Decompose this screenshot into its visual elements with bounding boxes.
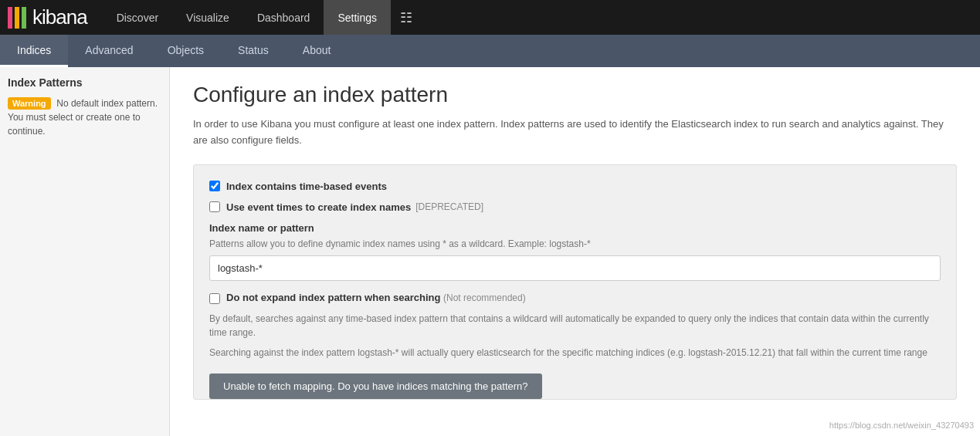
fetch-error-button[interactable]: Unable to fetch mapping. Do you have ind… <box>209 373 542 399</box>
bar-green <box>22 7 26 29</box>
subnav-objects[interactable]: Objects <box>151 35 221 67</box>
expand-desc-1: By default, searches against any time-ba… <box>209 312 941 340</box>
expand-row: Do not expand index pattern when searchi… <box>209 292 941 304</box>
nav-settings[interactable]: Settings <box>324 0 391 35</box>
event-times-checkbox[interactable] <box>209 201 220 212</box>
kibana-logo: kibana <box>8 5 87 29</box>
main-content: Configure an index pattern In order to u… <box>170 67 980 436</box>
watermark: https://blog.csdn.net/weixin_43270493 <box>829 421 974 430</box>
main-layout: Index Patterns Warning No default index … <box>0 67 980 436</box>
top-nav-links: Discover Visualize Dashboard Settings ☷ <box>103 0 422 35</box>
sidebar-title: Index Patterns <box>8 76 161 89</box>
subnav-about[interactable]: About <box>286 35 348 67</box>
nav-visualize[interactable]: Visualize <box>172 0 243 35</box>
page-title: Configure an index pattern <box>193 83 957 107</box>
form-panel: Index contains time-based events Use eve… <box>193 164 957 400</box>
index-pattern-input[interactable] <box>209 255 941 281</box>
deprecated-badge: [DEPRECATED] <box>415 201 483 212</box>
event-times-row: Use event times to create index names [D… <box>209 201 941 213</box>
subnav-advanced[interactable]: Advanced <box>68 35 150 67</box>
time-based-row: Index contains time-based events <box>209 181 941 192</box>
kibana-wordmark: kibana <box>32 5 87 29</box>
expand-checkbox[interactable] <box>209 293 220 304</box>
sub-navigation: Indices Advanced Objects Status About <box>0 35 980 67</box>
expand-desc-2: Searching against the index pattern logs… <box>209 346 941 360</box>
warning-block: Warning No default index pattern. You mu… <box>8 96 161 138</box>
time-based-checkbox[interactable] <box>209 181 220 191</box>
intro-text: In order to use Kibana you must configur… <box>193 117 957 149</box>
nav-discover[interactable]: Discover <box>103 0 172 35</box>
field-label: Index name or pattern <box>209 222 941 234</box>
time-based-label: Index contains time-based events <box>226 181 387 192</box>
expand-label: Do not expand index pattern when searchi… <box>226 292 526 303</box>
apps-icon[interactable]: ☷ <box>391 0 422 35</box>
top-navigation: kibana Discover Visualize Dashboard Sett… <box>0 0 980 35</box>
logo-bars <box>8 7 26 29</box>
bar-yellow <box>15 7 19 29</box>
not-recommended: (Not recommended) <box>443 292 526 303</box>
event-times-label: Use event times to create index names <box>226 201 411 213</box>
field-hint: Patterns allow you to define dynamic ind… <box>209 238 941 249</box>
nav-dashboard[interactable]: Dashboard <box>243 0 324 35</box>
subnav-indices[interactable]: Indices <box>0 35 68 67</box>
subnav-status[interactable]: Status <box>221 35 286 67</box>
bar-pink <box>8 7 12 29</box>
sidebar: Index Patterns Warning No default index … <box>0 67 170 436</box>
warning-badge: Warning <box>8 97 51 110</box>
